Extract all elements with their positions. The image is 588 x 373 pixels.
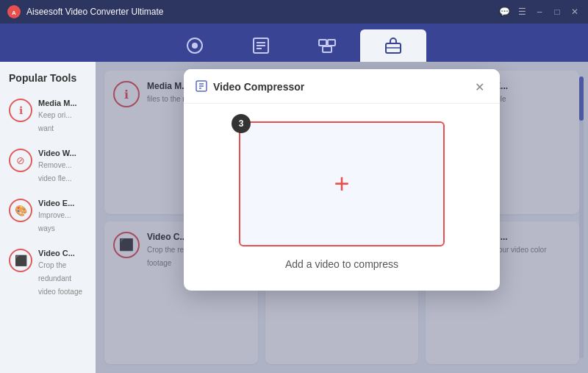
maximize-button[interactable]: □ bbox=[551, 6, 563, 18]
menu-button[interactable]: ☰ bbox=[516, 6, 528, 18]
app-title: Aiseesoft Video Converter Ultimate bbox=[26, 7, 498, 17]
sidebar-enhance-desc: Improve... ways bbox=[38, 211, 71, 232]
video-watermark-icon: ⊘ bbox=[9, 149, 32, 172]
sidebar-item-video-crop[interactable]: ⬛ Video C... Crop the redundant video fo… bbox=[6, 243, 90, 303]
drop-label: Add a video to compress bbox=[285, 258, 398, 270]
svg-point-3 bbox=[192, 43, 198, 49]
drop-badge: 3 bbox=[232, 114, 251, 133]
modal-title: Video Compressor bbox=[213, 81, 465, 93]
video-drop-area[interactable]: 3 + bbox=[239, 121, 445, 246]
main-content: Popular Tools ℹ Media M... Keep ori... w… bbox=[0, 62, 588, 373]
modal-close-button[interactable]: ✕ bbox=[470, 78, 488, 96]
nav-bar bbox=[0, 24, 588, 62]
tab-merge[interactable] bbox=[294, 29, 360, 62]
svg-rect-9 bbox=[328, 40, 335, 46]
minimize-button[interactable]: – bbox=[534, 6, 545, 18]
message-button[interactable]: 💬 bbox=[498, 6, 510, 18]
modal-header-icon bbox=[196, 80, 207, 94]
tab-toolbox[interactable] bbox=[360, 29, 426, 62]
title-bar: A Aiseesoft Video Converter Ultimate 💬 ☰… bbox=[0, 0, 588, 24]
svg-rect-8 bbox=[319, 40, 326, 46]
sidebar-watermark-desc: Remove... video fle... bbox=[38, 161, 72, 182]
sidebar-crop-desc: Crop the redundant video footage bbox=[38, 261, 82, 296]
drop-plus-icon: + bbox=[334, 171, 349, 197]
sidebar-item-media-metadata[interactable]: ℹ Media M... Keep ori... want bbox=[6, 93, 90, 140]
sidebar-item-video-watermark[interactable]: ⊘ Video W... Remove... video fle... bbox=[6, 143, 90, 190]
svg-text:A: A bbox=[12, 10, 16, 16]
media-metadata-icon: ℹ bbox=[9, 99, 32, 122]
modal-overlay: Video Compressor ✕ 3 + Add a video to co… bbox=[96, 62, 588, 373]
sidebar-item-video-enhance[interactable]: 🎨 Video E... Improve... ways bbox=[6, 193, 90, 240]
sidebar-media-desc: Keep ori... want bbox=[38, 111, 72, 132]
sidebar-title: Popular Tools bbox=[6, 72, 90, 84]
modal-body: 3 + Add a video to compress bbox=[184, 104, 500, 291]
sidebar-enhance-name: Video E... bbox=[38, 199, 87, 207]
app-logo: A bbox=[7, 5, 21, 18]
sidebar-crop-name: Video C... bbox=[38, 249, 87, 257]
tab-convert[interactable] bbox=[162, 29, 228, 62]
sidebar: Popular Tools ℹ Media M... Keep ori... w… bbox=[0, 62, 96, 373]
video-crop-icon: ⬛ bbox=[9, 249, 32, 272]
modal-header: Video Compressor ✕ bbox=[184, 69, 500, 104]
svg-rect-10 bbox=[323, 46, 331, 52]
close-app-button[interactable]: ✕ bbox=[569, 6, 581, 18]
tab-edit[interactable] bbox=[228, 29, 294, 62]
video-enhance-icon: 🎨 bbox=[9, 199, 32, 222]
sidebar-watermark-name: Video W... bbox=[38, 149, 87, 157]
video-compressor-modal: Video Compressor ✕ 3 + Add a video to co… bbox=[184, 69, 500, 291]
window-controls: 💬 ☰ – □ ✕ bbox=[498, 6, 581, 18]
content-area: ℹ Media M... files to the need ⊘ Video W… bbox=[96, 62, 588, 373]
sidebar-media-name: Media M... bbox=[38, 99, 87, 107]
